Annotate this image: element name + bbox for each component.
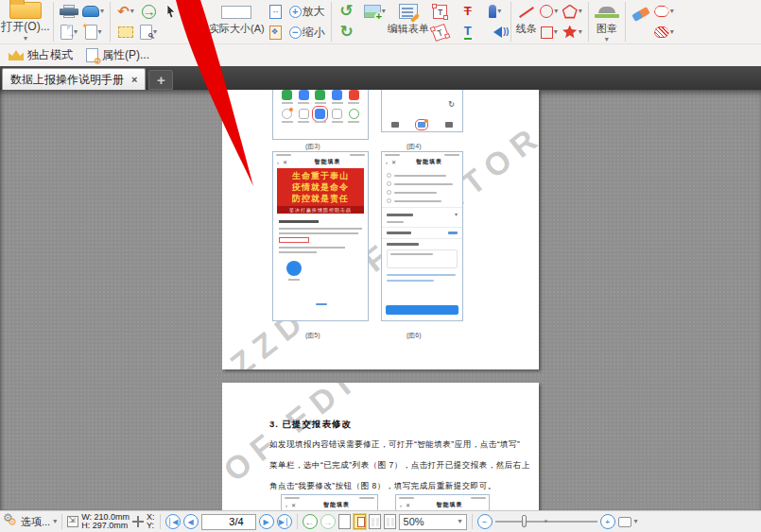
previous-page-button[interactable]: ◀ bbox=[183, 514, 199, 529]
stamp-button[interactable] bbox=[593, 1, 621, 22]
crown-icon bbox=[9, 50, 24, 60]
banner-line: 生命重于泰山 bbox=[277, 170, 364, 181]
underline-icon: T bbox=[464, 25, 472, 40]
zoom-slider[interactable] bbox=[495, 514, 597, 529]
scan-button[interactable]: ▾ bbox=[80, 1, 106, 22]
undo-button[interactable]: ↶▾ bbox=[114, 1, 137, 22]
phone-back-icon: ‹ bbox=[400, 503, 402, 508]
figure3-screenshot bbox=[272, 90, 369, 140]
export-button[interactable]: →▾ bbox=[58, 22, 80, 43]
circle-tool-button[interactable]: ▾ bbox=[538, 1, 561, 22]
previous-page-icon: ◀ bbox=[187, 518, 193, 526]
new-document-button[interactable]: ✦▾ bbox=[80, 22, 106, 43]
text-box-button[interactable]: T bbox=[429, 1, 452, 22]
search-doc-icon: 🔍︎ bbox=[140, 25, 152, 40]
print-button[interactable] bbox=[58, 1, 80, 22]
continuous-layout-button[interactable] bbox=[354, 514, 366, 529]
zoom-level-select[interactable]: 50% ▾ bbox=[399, 514, 467, 530]
edit-form-button[interactable] bbox=[397, 1, 420, 22]
underline-button[interactable]: T bbox=[457, 22, 479, 43]
figure4-caption: (图4) bbox=[406, 142, 422, 151]
markup-group: ▾ ▾ bbox=[628, 0, 678, 43]
rotated-text-button[interactable]: T bbox=[429, 22, 452, 43]
tab-close-icon[interactable]: × bbox=[131, 74, 137, 85]
zoom-out-button-statusbar[interactable]: − bbox=[477, 514, 493, 529]
line-tool-button[interactable] bbox=[515, 1, 538, 22]
figure7-screenshot: ‹ ✕ 智能填表 bbox=[281, 494, 378, 510]
pentagon-tool-button[interactable]: ▾ bbox=[561, 1, 584, 22]
properties-button[interactable]: 属性(P)... bbox=[81, 45, 154, 65]
zoom-in-button[interactable]: +放大 bbox=[287, 1, 327, 22]
zoom-out-button[interactable]: −缩小 bbox=[287, 22, 327, 43]
next-page-button[interactable]: ▶ bbox=[259, 514, 274, 529]
search-document-button[interactable]: 🔍︎▾ bbox=[137, 22, 160, 43]
next-page-icon: ▶ bbox=[263, 518, 268, 526]
pdf-page-3: ZZDS OF EDITOR bbox=[222, 90, 539, 369]
figure3-caption: (图3) bbox=[305, 142, 320, 151]
new-tab-button[interactable]: + bbox=[148, 70, 173, 90]
edit-form-label[interactable]: 编辑表单 bbox=[388, 22, 429, 36]
line-label[interactable]: 线条 bbox=[516, 22, 537, 36]
stamp-label[interactable]: 图章 bbox=[597, 22, 617, 36]
redo-button[interactable]: → bbox=[137, 1, 160, 22]
polygon-tool-button[interactable]: ▾ bbox=[561, 22, 584, 43]
page-view-mode-icon[interactable] bbox=[618, 517, 631, 527]
zoom-slider-thumb[interactable] bbox=[522, 515, 527, 527]
document-tabbar: 数据上报操作说明手册 × + bbox=[0, 66, 761, 90]
rectangle-tool-button[interactable]: ▾ bbox=[538, 22, 561, 43]
page-number-input[interactable] bbox=[201, 514, 256, 530]
exclusive-mode-button[interactable]: 独占模式 bbox=[4, 45, 78, 65]
single-page-layout-button[interactable] bbox=[338, 514, 351, 529]
two-page-continuous-layout-button[interactable] bbox=[384, 514, 396, 529]
paragraph-line: 菜单栏，选中“已完成”列表（图 7），点击打开已提交报表，然后右上 bbox=[269, 460, 506, 472]
redo-icon: → bbox=[142, 5, 156, 19]
highlighted-app-icon bbox=[315, 109, 325, 119]
rotate-ccw-button[interactable]: ↺ bbox=[336, 1, 358, 22]
tab-active-document[interactable]: 数据上报操作说明手册 × bbox=[2, 68, 146, 90]
zoom-in-button-statusbar[interactable]: + bbox=[600, 514, 615, 529]
banner-subline: 坚决打赢疫情防控阻击战 bbox=[277, 206, 364, 214]
page-size-icon bbox=[67, 516, 78, 527]
fit-visible-button[interactable] bbox=[219, 1, 253, 22]
history-forward-button[interactable]: → bbox=[320, 514, 336, 529]
add-image-button[interactable]: ▾ bbox=[362, 1, 388, 22]
hatch-caret-icon: ▾ bbox=[670, 28, 674, 36]
cursor-icon bbox=[164, 4, 178, 19]
history-back-button[interactable]: ← bbox=[303, 514, 318, 529]
new-doc-caret-icon: ▾ bbox=[98, 28, 102, 36]
select-all-button[interactable] bbox=[114, 22, 137, 43]
rotate-cw-button[interactable]: ↻ bbox=[336, 22, 358, 43]
attach-caret-icon: ▾ bbox=[497, 8, 501, 15]
strikeout-button[interactable]: T bbox=[457, 1, 479, 22]
phone-header-title: 智能填表 bbox=[291, 158, 364, 166]
rotate-cw-icon: ↻ bbox=[340, 24, 354, 41]
first-page-icon: ◀ bbox=[172, 518, 178, 526]
two-page-layout-button[interactable] bbox=[369, 514, 381, 529]
sound-button[interactable] bbox=[484, 22, 507, 43]
phone-header-title: 智能填表 bbox=[414, 501, 485, 509]
history-back-icon: ← bbox=[305, 517, 315, 527]
actual-size-label[interactable]: 实际大小(A) bbox=[209, 22, 265, 36]
printer-icon bbox=[60, 5, 78, 18]
options-caret-icon: ▾ bbox=[53, 518, 57, 525]
page-size-indicator: W: 210.0mm H: 297.0mm bbox=[67, 513, 130, 530]
crosshair-icon bbox=[132, 516, 144, 527]
open-button[interactable]: 打开(O)... ▾ bbox=[0, 0, 51, 43]
fit-width-button[interactable] bbox=[265, 1, 287, 22]
pentagon-caret-icon: ▾ bbox=[579, 8, 582, 15]
document-viewport[interactable]: ZZDS OF EDITOR bbox=[0, 90, 761, 510]
options-button[interactable]: 选项... ▾ bbox=[3, 514, 57, 529]
select-tool-button[interactable] bbox=[160, 1, 182, 22]
main-toolbar: 打开(O)... ▾ →▾ ▾ ✦▾ ↶▾ → 🔍︎▾ bbox=[0, 0, 761, 43]
snapshot-button[interactable]: ▾ bbox=[182, 1, 205, 22]
last-page-button[interactable]: ▶❘ bbox=[277, 514, 292, 529]
fit-page-button[interactable] bbox=[265, 22, 287, 43]
cloud-tool-button[interactable]: ▾ bbox=[652, 1, 676, 22]
attach-button[interactable]: ▾ bbox=[484, 1, 507, 22]
view-mode-caret-icon[interactable]: ▾ bbox=[634, 518, 638, 525]
eraser-button[interactable] bbox=[630, 1, 652, 22]
first-page-button[interactable]: ❘◀ bbox=[165, 514, 181, 529]
pdf-page-4: ZZDS OF EDITOR 3. 已提交报表修改 如发现填报内容错误需要修正，… bbox=[222, 383, 539, 510]
rotate-ccw-icon: ↺ bbox=[340, 3, 354, 20]
hatch-tool-button[interactable]: ▾ bbox=[652, 22, 676, 43]
